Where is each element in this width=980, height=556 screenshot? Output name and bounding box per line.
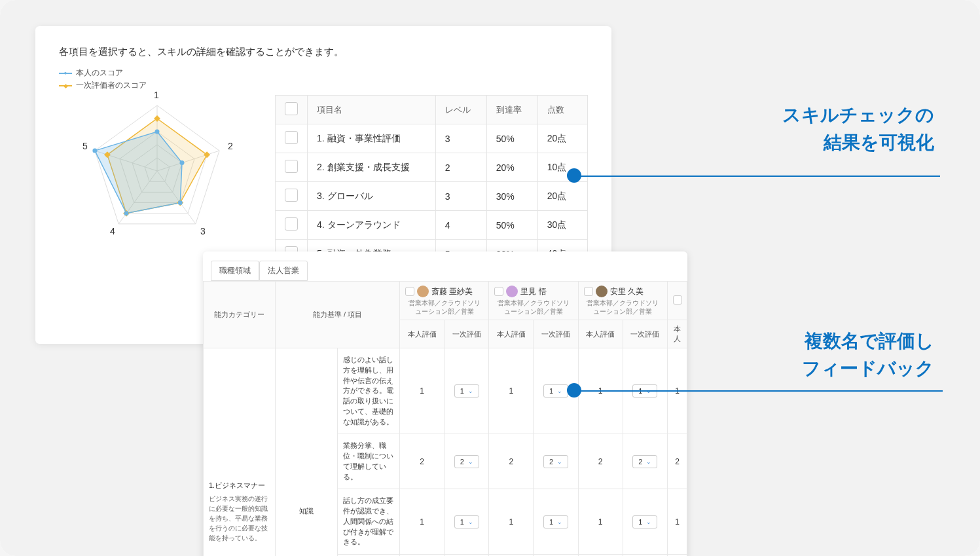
checkbox-person-extra[interactable] [673,295,682,305]
person-header-2: 安里 久美 営業本部／クラウドソリューション部／営業 [578,282,667,320]
avatar [417,286,429,297]
score-select[interactable]: 1 ⌄ [543,384,568,398]
checkbox-person[interactable] [405,287,414,296]
checkbox-row[interactable] [285,160,298,173]
avatar [506,286,518,297]
cell-level: 4 [435,211,486,240]
score-self: 2 [578,434,623,489]
radar-svg [59,79,255,250]
criteria-cell: 業務分掌、職位・職制について理解している。 [338,434,400,489]
header-item: 項目名 [308,96,436,124]
score-primary: 1 ⌄ [445,489,489,555]
score-self-extra: 2 [668,434,687,489]
chevron-down-icon: ⌄ [646,519,651,525]
callout-1-line2: 結果を可視化 [782,129,934,157]
axis-label-2: 2 [228,141,233,151]
tab-area-value[interactable]: 法人営業 [259,261,308,281]
score-select[interactable]: 2 ⌄ [454,455,479,468]
chevron-down-icon: ⌄ [557,519,562,525]
checkbox-row[interactable] [285,189,298,202]
header-check [276,96,308,124]
score-self: 1 [489,348,534,434]
checkbox-person[interactable] [494,287,503,296]
table-row[interactable]: 2. 創業支援・成長支援 2 20% 10点 [276,153,588,182]
cell-rate: 50% [486,211,537,240]
criteria-cell: 話し方の成立要件が認識でき、人間関係への結び付きが理解できる。 [338,489,400,555]
category-cell: 1.ビジネスマナー ビジネス実務の遂行に必要な一般的知識を持ち、平易な業務を行う… [204,348,276,557]
checkbox-all[interactable] [285,102,298,115]
subhead-self-2: 本人評価 [578,320,623,348]
callout-dot-2 [567,383,581,398]
cell-rate: 30% [486,182,537,211]
score-select[interactable]: 2 ⌄ [632,455,657,468]
score-primary: 1 ⌄ [623,489,667,555]
subhead-primary-0: 一次評価 [445,320,489,348]
cell-rate: 20% [486,153,537,182]
radar-chart: 1 2 3 4 5 [59,79,255,250]
person-header-1: 里見 悟 営業本部／クラウドソリューション部／営業 [489,282,578,320]
table-row[interactable]: 1. 融資・事業性評価 3 50% 20点 [276,124,588,153]
evaluation-table: 能力カテゴリー 能力基準 / 項目 斎藤 亜紗美 営業本部／クラウドソリューショ… [203,281,687,556]
cell-name: 3. グローバル [308,182,436,211]
axis-label-1: 1 [154,90,159,100]
cell-score: 30点 [537,211,587,240]
cell-score: 20点 [537,124,587,153]
score-primary: 1 ⌄ [534,489,578,555]
subhead-primary-1: 一次評価 [534,320,578,348]
callout-2-line2: フィードバック [802,355,934,382]
score-select[interactable]: 2 ⌄ [543,455,568,468]
checkbox-row[interactable] [285,131,298,144]
callout-line-1 [575,176,940,177]
category-title: 1.ビジネスマナー [209,480,270,491]
score-select[interactable]: 1 ⌄ [543,515,568,528]
score-self: 1 [578,489,623,555]
checkbox-person[interactable] [584,287,593,296]
callout-2: 複数名で評価し フィードバック [802,327,934,382]
subhead-self-1: 本人評価 [489,320,534,348]
header-rate: 到達率 [486,96,537,124]
score-select[interactable]: 1 ⌄ [454,384,479,398]
svg-point-17 [155,130,160,134]
chevron-down-icon: ⌄ [468,519,473,525]
score-select[interactable]: 1 ⌄ [632,515,657,528]
score-select[interactable]: 1 ⌄ [454,515,479,528]
person-name: 斎藤 亜紗美 [431,286,473,297]
header-category: 能力カテゴリー [204,282,276,348]
cell-level: 2 [435,153,486,182]
score-self: 1 [400,348,445,434]
chevron-down-icon: ⌄ [468,388,473,394]
person-name: 里見 悟 [520,286,546,297]
person-header-extra [668,282,687,320]
score-primary: 2 ⌄ [445,434,489,489]
axis-label-4: 4 [110,226,115,236]
cell-name: 2. 創業支援・成長支援 [308,153,436,182]
score-self: 1 [489,489,534,555]
cell-rate: 50% [486,124,537,153]
chevron-down-icon: ⌄ [557,458,562,465]
table-row[interactable]: 4. ターンアラウンド 4 50% 30点 [276,211,588,240]
tab-area-label[interactable]: 職種領域 [211,261,259,281]
person-name: 安里 久美 [610,286,644,297]
score-primary: 2 ⌄ [534,434,578,489]
subhead-self-0: 本人評価 [400,320,445,348]
chevron-down-icon: ⌄ [557,388,562,394]
score-self: 2 [400,434,445,489]
legend-marker-self [59,73,72,74]
checkbox-row[interactable] [285,217,298,231]
subhead-primary-2: 一次評価 [623,320,667,348]
category-desc: ビジネス実務の遂行に必要な一般的知識を持ち、平易な業務を行うのに必要な技能を持っ… [209,494,270,543]
header-criteria: 能力基準 / 項目 [276,282,400,348]
callout-2-line1: 複数名で評価し [802,327,934,355]
cell-level: 3 [435,124,486,153]
avatar [596,286,608,297]
cell-name: 4. ターンアラウンド [308,211,436,240]
table-row[interactable]: 3. グローバル 3 30% 20点 [276,182,588,211]
score-self: 2 [489,434,534,489]
chevron-down-icon: ⌄ [646,458,651,465]
cell-name: 1. 融資・事業性評価 [308,124,436,153]
header-score: 点数 [537,96,587,124]
subhead-self-partial: 本人 [668,320,687,348]
person-dept: 営業本部／クラウドソリューション部／営業 [584,299,662,316]
legend-label-self: 本人のスコア [76,67,123,79]
header-level: レベル [435,96,486,124]
